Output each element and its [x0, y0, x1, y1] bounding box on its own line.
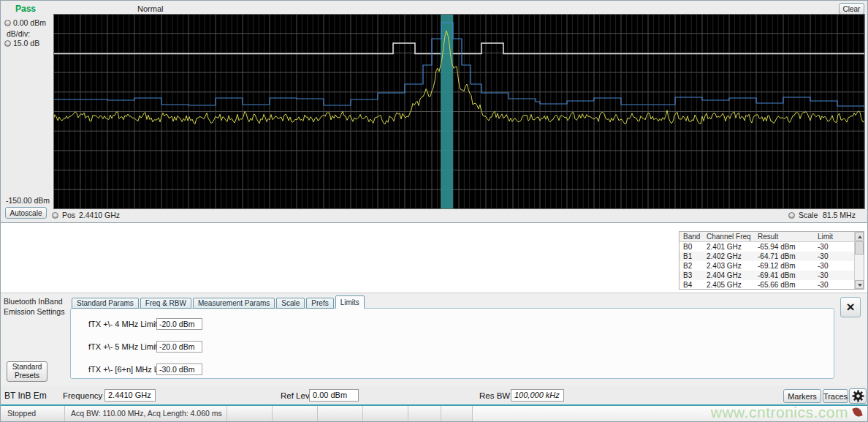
analyzer-window: Pass Normal Clear 0.00 dBm dB/div: 15.0 …	[0, 0, 868, 422]
cell-limit: -30	[814, 271, 850, 280]
close-settings-button[interactable]: ×	[840, 297, 861, 317]
limit5-label: fTX +\- 5 MHz Limit :	[88, 342, 162, 351]
cell-band: B4	[679, 280, 703, 290]
scale-label: Scale	[799, 211, 818, 219]
cell-channel-freq: 2.401 GHz	[703, 242, 754, 252]
ref-level-knob-icon[interactable]	[4, 20, 11, 26]
limit4-input[interactable]: -20.0 dBm	[156, 318, 202, 330]
col-limit: Limit	[814, 232, 850, 241]
col-band: Band	[679, 232, 703, 241]
tab-limits[interactable]: Limits	[335, 295, 365, 309]
scale-value[interactable]: 81.5 MHz	[823, 211, 856, 219]
table-row: B0 2.401 GHz -65.94 dBm -30	[679, 242, 864, 252]
measurement-mode-label: BT InB Em	[4, 391, 47, 401]
scroll-up-icon[interactable]	[855, 232, 864, 241]
col-result: Result	[754, 232, 814, 241]
ref-lev-input[interactable]: 0.00 dBm	[309, 389, 359, 402]
tab-standard-params[interactable]: Standard Params	[72, 298, 139, 309]
scale-knob-icon[interactable]	[788, 212, 795, 219]
settings-title: Bluetooth InBand Emission Settings	[4, 297, 69, 317]
acq-info: Acq BW: 110.00 MHz, Acq Length: 4.060 ms	[65, 406, 227, 421]
scroll-down-icon[interactable]	[855, 280, 864, 289]
cell-channel-freq: 2.404 GHz	[703, 271, 754, 280]
standard-presets-button[interactable]: Standard Presets	[7, 361, 47, 382]
position-knob-icon[interactable]	[52, 212, 58, 219]
clear-button[interactable]: Clear	[839, 3, 864, 15]
col-channel-freq: Channel Freq	[703, 232, 754, 241]
status-cell	[408, 406, 441, 421]
cell-limit: -30	[814, 280, 850, 290]
cell-limit: -30	[814, 252, 850, 261]
markers-button[interactable]: Markers	[783, 389, 821, 403]
table-row: B3 2.404 GHz -69.41 dBm -30	[679, 271, 864, 280]
res-bw-label: Res BW	[479, 391, 510, 400]
cell-channel-freq: 2.402 GHz	[703, 252, 754, 261]
cell-limit: -30	[814, 242, 850, 252]
cell-result: -64.71 dBm	[754, 252, 814, 261]
table-row: B4 2.405 GHz -65.66 dBm -30	[679, 280, 864, 290]
cell-band: B2	[679, 261, 703, 271]
table-scrollbar[interactable]	[854, 232, 864, 289]
autoscale-button[interactable]: Autoscale	[5, 207, 47, 219]
results-table: Band Channel Freq Result Limit B0 2.401 …	[679, 231, 864, 290]
settings-gear-button[interactable]	[849, 388, 867, 404]
frequency-label: Frequency	[63, 391, 102, 400]
tab-prefs[interactable]: Prefs	[306, 298, 333, 309]
trace-mode-label: Normal	[137, 4, 163, 13]
db-div-label: dB/div:	[7, 29, 30, 38]
cell-result: -69.41 dBm	[754, 271, 814, 280]
cell-result: -65.66 dBm	[754, 280, 814, 290]
run-state: Stopped	[1, 406, 65, 421]
ref-level-value: 0.00 dBm	[13, 18, 46, 27]
pos-label: Pos	[62, 211, 75, 219]
status-cell	[363, 406, 408, 421]
tab-measurement-params[interactable]: Measurement Params	[193, 298, 275, 309]
db-div-value: 15.0 dB	[13, 39, 39, 48]
tab-freq-rbw[interactable]: Freq & RBW	[140, 298, 191, 309]
status-cell	[273, 406, 318, 421]
status-cell	[227, 406, 273, 421]
res-bw-input[interactable]: 100,000 kHz	[511, 389, 564, 402]
status-cell	[441, 406, 473, 421]
bottom-level-value: -150.00 dBm	[6, 196, 50, 205]
ref-lev-label: Ref Lev	[281, 391, 310, 400]
table-row: B2 2.403 GHz -69.12 dBm -30	[679, 261, 864, 271]
pos-value[interactable]: 2.4410 GHz	[79, 211, 120, 219]
gear-icon	[852, 390, 864, 402]
traces-button[interactable]: Traces	[823, 389, 848, 403]
scroll-thumb[interactable]	[855, 241, 864, 255]
pass-status: Pass	[15, 4, 36, 14]
cell-band: B1	[679, 252, 703, 261]
frequency-input[interactable]: 2.4410 GHz	[104, 389, 156, 402]
cell-limit: -30	[814, 261, 850, 271]
cell-channel-freq: 2.405 GHz	[703, 280, 754, 290]
cell-result: -65.94 dBm	[754, 242, 814, 252]
cell-channel-freq: 2.403 GHz	[703, 261, 754, 271]
table-header: Band Channel Freq Result Limit	[679, 232, 864, 242]
limit6n-input[interactable]: -30.0 dBm	[156, 363, 202, 375]
cell-band: B3	[679, 271, 703, 280]
status-cell	[318, 406, 363, 421]
table-row: B1 2.402 GHz -64.71 dBm -30	[679, 252, 864, 261]
db-div-knob-icon[interactable]	[4, 40, 11, 47]
spectrum-plot[interactable]	[53, 14, 865, 209]
limit5-input[interactable]: -20.0 dBm	[156, 341, 202, 353]
watermark-text: www.cntronics.com	[711, 404, 848, 421]
cell-result: -69.12 dBm	[754, 261, 814, 271]
cell-band: B0	[679, 242, 703, 252]
settings-tabs: Standard Params Freq & RBW Measurement P…	[72, 295, 365, 309]
tab-scale[interactable]: Scale	[276, 298, 305, 309]
limit4-label: fTX +\- 4 MHz Limit :	[88, 320, 162, 328]
